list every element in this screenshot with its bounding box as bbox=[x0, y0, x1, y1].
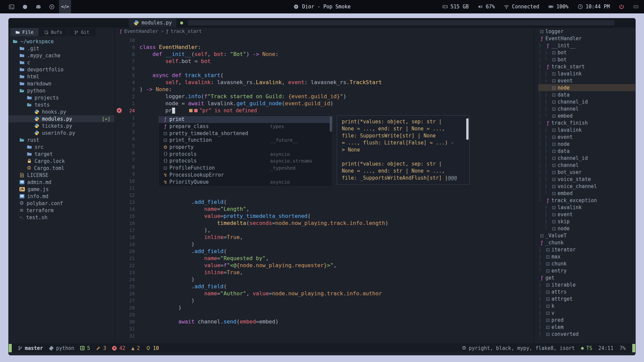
symbol-item[interactable]: ├ elem bbox=[538, 323, 635, 330]
tree-item[interactable]: admin.md bbox=[9, 179, 114, 186]
now-playing[interactable]: Dior - Pop Smoke bbox=[293, 0, 351, 13]
tree-item[interactable]: Cargo.toml bbox=[9, 165, 114, 172]
symbol-item[interactable]: ├ track_start bbox=[538, 63, 635, 70]
tree-item[interactable]: LICENSE bbox=[9, 172, 114, 179]
module-battery[interactable]: 100% bbox=[548, 4, 569, 10]
symbol-item[interactable]: _chunk bbox=[538, 239, 635, 246]
symbol-item[interactable]: ├ iterable bbox=[538, 281, 635, 288]
symbol-item[interactable]: ├ pred bbox=[538, 316, 635, 323]
symbol-item[interactable]: get bbox=[538, 274, 635, 281]
symbol-item[interactable]: ├ iterator bbox=[538, 246, 635, 253]
symbol-item[interactable]: │ ╰ embed bbox=[538, 112, 635, 119]
doc-scrollbar[interactable] bbox=[466, 118, 469, 140]
workspace-code-icon[interactable] bbox=[59, 0, 71, 13]
workspace-browser-icon[interactable] bbox=[19, 0, 31, 13]
symbol-item[interactable]: ╰ node bbox=[538, 225, 635, 232]
symbol-item[interactable]: ├ max bbox=[538, 253, 635, 260]
breadcrumb-class[interactable]: EventHandler bbox=[124, 28, 158, 34]
symbol-item[interactable]: │ ├ event bbox=[538, 77, 635, 84]
tree-item[interactable]: src bbox=[9, 143, 114, 150]
git-branch[interactable]: master bbox=[18, 345, 43, 351]
symbol-item[interactable]: │ ╰ embed bbox=[538, 190, 635, 197]
completion-item[interactable]: protocolsasyncio bbox=[159, 150, 332, 158]
symbol-item[interactable]: ├ skip bbox=[538, 218, 635, 225]
symbol-item[interactable]: │ ├ channel_id bbox=[538, 155, 635, 162]
completion-item[interactable]: ProcessLookupError bbox=[159, 172, 332, 179]
symbol-item[interactable]: ├ event bbox=[538, 211, 635, 218]
tree-item[interactable]: rust bbox=[9, 136, 114, 143]
module-clock[interactable]: 10:44 PM bbox=[578, 4, 610, 10]
module-disk[interactable]: 515 GB bbox=[442, 4, 469, 10]
symbol-item[interactable]: logger bbox=[538, 28, 635, 35]
tree-item[interactable]: html bbox=[9, 73, 114, 80]
tree-item[interactable]: .git bbox=[9, 45, 114, 52]
symbol-item[interactable]: ├ v bbox=[538, 309, 635, 316]
tree-item[interactable]: tickets.py bbox=[9, 122, 114, 129]
explorer-tab-file[interactable]: File bbox=[11, 28, 38, 36]
tree-item[interactable]: userinfo.py bbox=[9, 129, 114, 136]
tree-item[interactable]: test.sh bbox=[9, 214, 114, 221]
tree-item[interactable]: hooks.py bbox=[9, 108, 114, 115]
completion-item[interactable]: ProfileFunction_typeshed bbox=[159, 165, 332, 172]
completion-item[interactable]: prepare_classtypes bbox=[159, 123, 332, 130]
workspace-terminal-icon[interactable] bbox=[5, 0, 17, 13]
tree-item[interactable]: python bbox=[9, 87, 114, 94]
breadcrumb-method[interactable]: track_start bbox=[171, 28, 202, 34]
tree-item[interactable]: projects bbox=[9, 94, 114, 101]
module-power[interactable] bbox=[619, 4, 624, 9]
symbol-item[interactable]: ├ chunk bbox=[538, 260, 635, 267]
completion-item[interactable]: protocolsasyncio.streams bbox=[159, 158, 332, 165]
symbol-item[interactable]: │ ╰ bot bbox=[538, 56, 635, 63]
tree-item[interactable]: polybar.conf bbox=[9, 200, 114, 207]
tree-item[interactable]: info.md bbox=[9, 193, 114, 200]
symbol-item[interactable]: │ ├ channel_id bbox=[538, 98, 635, 105]
symbol-item[interactable]: │ ├ event bbox=[538, 133, 635, 140]
symbol-item[interactable]: │ ├ node bbox=[538, 140, 635, 147]
tree-item[interactable]: tests bbox=[9, 101, 114, 108]
tree-item[interactable]: c bbox=[9, 59, 114, 66]
tree-item[interactable]: target bbox=[9, 150, 114, 158]
symbol-item[interactable]: ├ lavalink bbox=[538, 204, 635, 211]
completion-item[interactable]: pretty_timedelta_shortened bbox=[159, 130, 332, 137]
symbol-item[interactable]: ├ attrs bbox=[538, 288, 635, 295]
tree-item[interactable]: terraform bbox=[9, 207, 114, 214]
tree-item[interactable]: markdown bbox=[9, 80, 114, 87]
module-volume[interactable]: 67% bbox=[478, 4, 495, 10]
symbol-item[interactable]: │ ├ lavalink bbox=[538, 126, 635, 133]
symbol-item[interactable]: │ ├ data bbox=[538, 91, 635, 98]
symbol-item[interactable]: ├ track_finish bbox=[538, 119, 635, 126]
symbol-item[interactable]: │ ├ lavalink bbox=[538, 70, 635, 77]
symbol-item[interactable]: ├ __init__ bbox=[538, 42, 635, 49]
symbol-item[interactable]: │ ├ voice_state bbox=[538, 176, 635, 183]
symbol-item[interactable]: ├ converted bbox=[538, 330, 635, 338]
symbol-item[interactable]: │ ├ channel bbox=[538, 105, 635, 112]
symbol-item[interactable]: ╰ track_exception bbox=[538, 197, 635, 204]
symbol-item[interactable]: _ValueT bbox=[538, 232, 635, 239]
module-tray[interactable] bbox=[633, 4, 639, 9]
tree-item[interactable]: devportfolio bbox=[9, 66, 114, 73]
symbol-item[interactable]: EventHandler bbox=[538, 35, 635, 42]
workspace-music-icon[interactable] bbox=[46, 0, 58, 13]
symbol-item[interactable]: │ ├ channel bbox=[538, 162, 635, 169]
completion-item[interactable]: property bbox=[159, 144, 332, 151]
code-area[interactable]: 109class EventHandler:8 def __init__(sel… bbox=[115, 35, 534, 344]
explorer-tab-git[interactable]: Git bbox=[68, 28, 96, 36]
symbol-item[interactable]: ├ attrget bbox=[538, 295, 635, 302]
symbol-item[interactable]: │ ├ bot bbox=[538, 49, 635, 56]
tree-item[interactable]: Cargo.lock bbox=[9, 158, 114, 165]
tree-item[interactable]: .mypy_cache bbox=[9, 52, 114, 59]
symbol-item[interactable]: │ ├ data bbox=[538, 147, 635, 155]
tree-item[interactable]: modules.py[+] bbox=[9, 115, 114, 122]
tree-item[interactable]: game.js bbox=[9, 186, 114, 193]
symbol-item[interactable]: │ ├ node bbox=[538, 84, 635, 91]
module-wifi[interactable]: Connected bbox=[504, 4, 539, 10]
symbol-item[interactable]: │ ├ voice_channel bbox=[538, 183, 635, 190]
tab-modules-py[interactable]: modules.py bbox=[129, 18, 176, 27]
workspace-discord-icon[interactable] bbox=[32, 0, 44, 13]
tree-root[interactable]: ~/workspace bbox=[9, 38, 114, 45]
symbol-item[interactable]: ╰ entry bbox=[538, 267, 635, 274]
popup-scrollbar[interactable] bbox=[330, 116, 332, 132]
completion-item[interactable]: print bbox=[159, 116, 332, 123]
completion-item[interactable]: PriorityQueueasyncio bbox=[159, 178, 332, 185]
explorer-tab-bufs[interactable]: Bufs bbox=[39, 28, 67, 36]
